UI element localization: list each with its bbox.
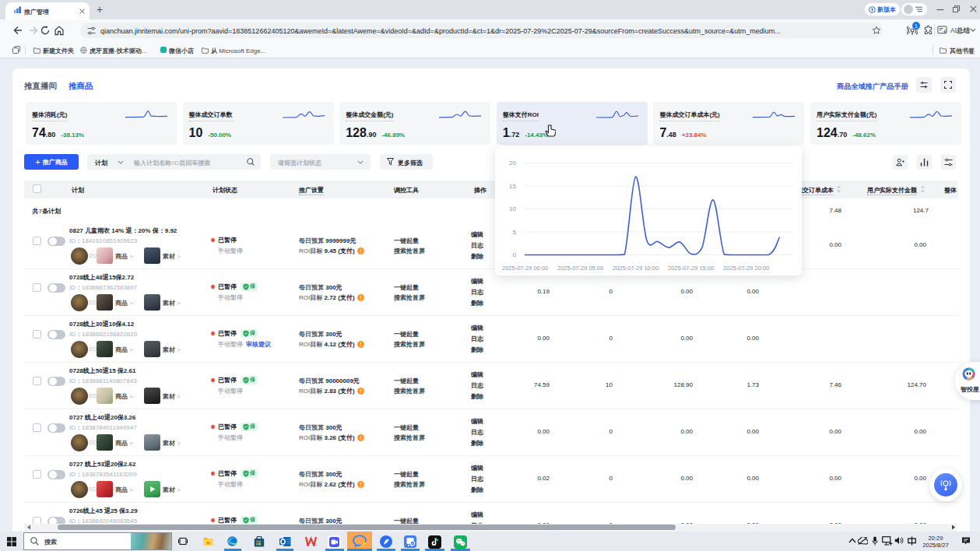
svg-text:10: 10 xyxy=(509,205,516,212)
svg-text:2025-07-29 05:00: 2025-07-29 05:00 xyxy=(557,265,603,272)
svg-text:2025-07-29 00:00: 2025-07-29 00:00 xyxy=(502,265,548,272)
svg-text:2025-07-29 20:00: 2025-07-29 20:00 xyxy=(723,265,769,272)
svg-text:15: 15 xyxy=(509,183,516,190)
svg-text:2025-07-29 10:00: 2025-07-29 10:00 xyxy=(613,265,659,272)
svg-text:5: 5 xyxy=(513,229,517,236)
svg-text:20: 20 xyxy=(509,160,516,167)
svg-text:0: 0 xyxy=(513,251,517,258)
svg-text:2025-07-29 15:00: 2025-07-29 15:00 xyxy=(668,265,714,272)
